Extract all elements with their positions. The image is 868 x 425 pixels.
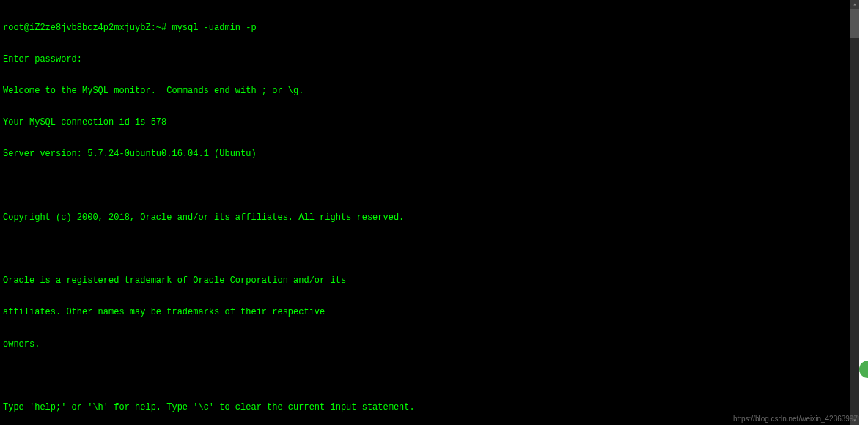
shell-prompt-line: root@iZ2ze8jvb8bcz4p2mxjuybZ:~# mysql -u… xyxy=(3,23,856,33)
enter-password-line: Enter password: xyxy=(3,54,856,64)
trademark-line-2: affiliates. Other names may be trademark… xyxy=(3,307,856,317)
terminal-scrollbar[interactable]: ▴ ▾ xyxy=(850,0,859,425)
server-version-line: Server version: 5.7.24-0ubuntu0.16.04.1 … xyxy=(3,149,856,159)
copyright-line: Copyright (c) 2000, 2018, Oracle and/or … xyxy=(3,212,856,223)
welcome-line: Welcome to the MySQL monitor. Commands e… xyxy=(3,86,856,96)
trademark-line-3: owners. xyxy=(3,339,856,350)
scroll-thumb[interactable] xyxy=(850,9,859,38)
help-line: Type 'help;' or '\h' for help. Type '\c'… xyxy=(3,402,856,413)
blank-line xyxy=(3,244,856,254)
scroll-up-arrow-icon[interactable]: ▴ xyxy=(850,0,859,9)
watermark-text: https://blog.csdn.net/weixin_42363997 xyxy=(733,415,858,424)
side-badge-icon[interactable] xyxy=(859,361,868,378)
blank-line xyxy=(3,181,856,191)
connection-id-line: Your MySQL connection id is 578 xyxy=(3,117,856,128)
terminal-window[interactable]: root@iZ2ze8jvb8bcz4p2mxjuybZ:~# mysql -u… xyxy=(0,0,859,425)
trademark-line-1: Oracle is a registered trademark of Orac… xyxy=(3,276,856,286)
blank-line xyxy=(3,371,856,381)
